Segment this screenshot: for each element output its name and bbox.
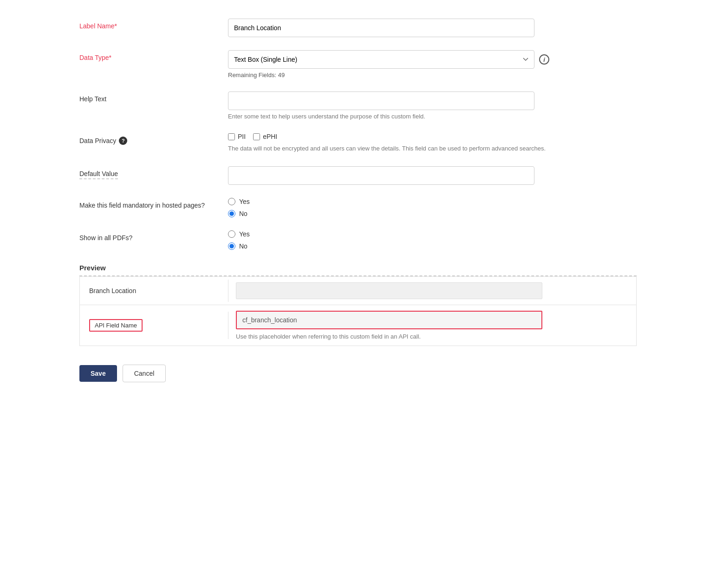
data-type-select-wrapper: Text Box (Single Line) Text Box (Multi L… — [228, 50, 637, 69]
data-privacy-hint: The data will not be encrypted and all u… — [228, 144, 599, 153]
data-type-select[interactable]: Text Box (Single Line) Text Box (Multi L… — [228, 50, 534, 69]
data-privacy-label: Data Privacy ? — [79, 133, 228, 145]
ephi-label[interactable]: ePHI — [253, 133, 277, 140]
label-name-label: Label Name* — [79, 19, 228, 30]
default-value-input[interactable] — [228, 166, 534, 185]
preview-row: Branch Location — [79, 276, 637, 305]
show-pdfs-no-text: No — [239, 242, 247, 250]
mandatory-yes-radio[interactable] — [228, 198, 235, 205]
show-pdfs-no-label[interactable]: No — [228, 242, 637, 250]
pii-label[interactable]: PII — [228, 133, 246, 140]
api-value-box: cf_branch_location — [236, 311, 542, 329]
form-container: Label Name* Data Type* Text Box (Single … — [79, 19, 637, 382]
preview-title: Preview — [79, 264, 637, 276]
show-pdfs-radio-group: Yes No — [228, 230, 637, 250]
button-row: Save Cancel — [79, 365, 637, 382]
label-name-content — [228, 19, 637, 37]
mandatory-label: Make this field mandatory in hosted page… — [79, 198, 228, 209]
preview-section: Preview Branch Location API Field Name c… — [79, 264, 637, 346]
api-hint: Use this placeholder when referring to t… — [236, 333, 629, 340]
data-privacy-help-icon[interactable]: ? — [119, 137, 127, 145]
data-privacy-checkboxes: PII ePHI — [228, 133, 637, 140]
show-pdfs-content: Yes No — [228, 230, 637, 250]
show-pdfs-yes-text: Yes — [239, 230, 250, 238]
api-label-box: API Field Name — [89, 319, 143, 332]
show-pdfs-row: Show in all PDFs? Yes No — [79, 230, 637, 250]
ephi-checkbox[interactable] — [253, 133, 260, 140]
data-privacy-content: PII ePHI The data will not be encrypted … — [228, 133, 637, 153]
api-row: API Field Name cf_branch_location Use th… — [79, 305, 637, 346]
api-label-cell: API Field Name — [80, 312, 228, 339]
default-value-label: Default Value — [79, 166, 228, 179]
mandatory-no-label[interactable]: No — [228, 210, 637, 217]
info-icon[interactable]: i — [539, 54, 549, 65]
api-content-cell: cf_branch_location Use this placeholder … — [228, 305, 636, 346]
help-text-label: Help Text — [79, 91, 228, 103]
mandatory-content: Yes No — [228, 198, 637, 217]
help-text-row: Help Text Enter some text to help users … — [79, 91, 637, 120]
help-text-input[interactable] — [228, 91, 534, 110]
remaining-fields: Remaining Fields: 49 — [228, 72, 637, 78]
mandatory-yes-text: Yes — [239, 198, 250, 205]
mandatory-radio-group: Yes No — [228, 198, 637, 217]
label-name-input[interactable] — [228, 19, 534, 37]
mandatory-no-text: No — [239, 210, 247, 217]
pii-text: PII — [238, 133, 246, 140]
mandatory-no-radio[interactable] — [228, 210, 235, 217]
default-value-content — [228, 166, 637, 185]
preview-cell-content — [228, 277, 636, 305]
ephi-text: ePHI — [263, 133, 277, 140]
help-text-content: Enter some text to help users understand… — [228, 91, 637, 120]
label-name-row: Label Name* — [79, 19, 637, 37]
data-type-content: Text Box (Single Line) Text Box (Multi L… — [228, 50, 637, 78]
pii-checkbox[interactable] — [228, 133, 235, 140]
data-type-row: Data Type* Text Box (Single Line) Text B… — [79, 50, 637, 78]
default-value-row: Default Value — [79, 166, 637, 185]
cancel-button[interactable]: Cancel — [123, 365, 166, 382]
show-pdfs-label: Show in all PDFs? — [79, 230, 228, 242]
save-button[interactable]: Save — [79, 365, 117, 382]
preview-input-field — [236, 282, 542, 299]
data-type-label: Data Type* — [79, 50, 228, 61]
data-privacy-label-text: Data Privacy — [79, 137, 116, 144]
show-pdfs-yes-label[interactable]: Yes — [228, 230, 637, 238]
preview-field-label: Branch Location — [80, 280, 228, 302]
data-privacy-row: Data Privacy ? PII ePHI The data will no… — [79, 133, 637, 153]
show-pdfs-no-radio[interactable] — [228, 242, 235, 250]
mandatory-row: Make this field mandatory in hosted page… — [79, 198, 637, 217]
default-value-label-text: Default Value — [79, 170, 118, 179]
help-text-hint: Enter some text to help users understand… — [228, 113, 637, 120]
mandatory-yes-label[interactable]: Yes — [228, 198, 637, 205]
show-pdfs-yes-radio[interactable] — [228, 230, 235, 238]
